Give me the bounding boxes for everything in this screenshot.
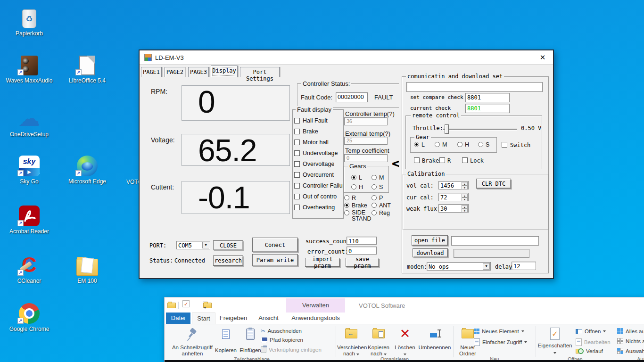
- tab-port-settings[interactable]: Port Settings: [240, 67, 280, 77]
- select-none-button[interactable]: Nichts auswählen: [617, 338, 644, 344]
- fault-checkbox-overvoltage[interactable]: [294, 161, 300, 167]
- edit-button[interactable]: Bearbeiten: [576, 338, 611, 346]
- remote-gear-radio-s[interactable]: [478, 142, 483, 147]
- remote-checkbox-brake[interactable]: [414, 157, 420, 163]
- close-port-button[interactable]: CLOSE: [213, 240, 243, 250]
- throttle-slider-track[interactable]: [443, 129, 517, 130]
- delay-field[interactable]: 12: [512, 262, 536, 270]
- desktop-icon-votol-software-label[interactable]: VOTOL Software: [126, 179, 139, 185]
- current-check-field[interactable]: 8801: [465, 104, 510, 113]
- fault-checkbox-controller-failure[interactable]: [294, 183, 300, 189]
- select-all-button[interactable]: Alles auswählen: [617, 328, 644, 334]
- open-button[interactable]: Öffnen: [576, 329, 606, 334]
- close-button[interactable]: ✕: [538, 53, 547, 62]
- explorer-tab-start[interactable]: Start: [192, 313, 215, 324]
- gears-radio-s[interactable]: [372, 184, 377, 189]
- cal-field-weak-flux[interactable]: 30▲▼: [438, 204, 469, 213]
- explorer-tab-datei[interactable]: Datei: [166, 313, 190, 324]
- history-button[interactable]: Verlauf: [576, 348, 603, 354]
- import-param-button[interactable]: import prarm: [305, 258, 340, 267]
- switch-checkbox[interactable]: [502, 142, 507, 148]
- tab-page2[interactable]: PAGE2: [165, 67, 185, 77]
- param-write-button[interactable]: Param write: [252, 254, 298, 266]
- fault-code-field[interactable]: 00020000: [336, 92, 368, 102]
- moden-combobox[interactable]: No-ops ▼: [427, 262, 491, 271]
- rename-button[interactable]: Umbenennen: [417, 325, 452, 359]
- spinner[interactable]: ▲▼: [462, 205, 468, 212]
- pin-to-quickaccess-button[interactable]: An Schnellzugriff anheften: [168, 325, 217, 359]
- desktop-icon-em-100[interactable]: EM 100: [61, 251, 113, 284]
- tab-page1[interactable]: PAGE1: [141, 67, 162, 77]
- fault-checkbox-overheating[interactable]: [294, 205, 300, 210]
- comm-top-field[interactable]: [406, 82, 543, 92]
- paste-button[interactable]: Einfügen: [237, 325, 264, 359]
- remote-gear-radio-h[interactable]: [457, 142, 462, 147]
- throttle-slider-thumb[interactable]: [445, 124, 449, 134]
- cal-field-cur-cal[interactable]: 72▲▼: [438, 193, 469, 201]
- mode-radio-p[interactable]: [372, 195, 377, 200]
- port-dropdown-icon[interactable]: ▼: [202, 242, 209, 248]
- qat-check-icon[interactable]: ✓: [182, 300, 190, 307]
- contextual-tab-verwalten[interactable]: Verwalten: [286, 298, 345, 313]
- copy-path-button[interactable]: Pfad kopieren: [261, 337, 303, 343]
- port-combobox[interactable]: COM5 ▼: [176, 241, 210, 249]
- desktop-icon-microsoft-edge[interactable]: ↗Microsoft Edge: [61, 152, 113, 185]
- desktop-icon-google-chrome[interactable]: ↗Google Chrome: [3, 299, 55, 332]
- mode-radio-side-stand[interactable]: [344, 210, 349, 215]
- tab-display[interactable]: Display: [211, 66, 238, 77]
- open-file-button[interactable]: open file: [412, 235, 448, 246]
- desktop-icon-acrobat-reader[interactable]: ↗Acrobat Reader: [3, 202, 55, 235]
- paste-shortcut-button[interactable]: Verknüpfung einfügen: [261, 346, 322, 353]
- desktop-icon-ccleaner[interactable]: C↗CCleaner: [3, 251, 55, 284]
- error-count-field[interactable]: 0: [347, 247, 377, 255]
- set-compare-check-field[interactable]: 8801: [465, 93, 510, 102]
- explorer-tab-anwendungstools[interactable]: Anwendungstools: [286, 313, 345, 324]
- fault-checkbox-hall-fault[interactable]: [294, 118, 300, 123]
- remote-gear-radio-l[interactable]: [414, 142, 419, 147]
- copy-button[interactable]: Kopieren: [215, 325, 237, 359]
- gears-radio-m[interactable]: [372, 175, 377, 180]
- delete-button[interactable]: ✕ Löschen: [394, 325, 416, 359]
- explorer-tab-freigeben[interactable]: Freigeben: [219, 313, 248, 324]
- moden-dropdown-icon[interactable]: ▼: [483, 263, 490, 270]
- tab-page3[interactable]: PAGE3: [188, 67, 209, 77]
- success-count-field[interactable]: 110: [347, 237, 377, 245]
- remote-checkbox-lock[interactable]: [462, 157, 468, 163]
- gears-radio-h[interactable]: [351, 184, 356, 189]
- connect-button[interactable]: Conect: [252, 238, 298, 252]
- clr-dtc-button[interactable]: CLR DTC: [476, 179, 511, 189]
- qat-folder-icon[interactable]: [167, 303, 176, 308]
- remote-checkbox-r[interactable]: [439, 157, 445, 163]
- copy-to-button[interactable]: Kopieren nach: [366, 325, 391, 359]
- explorer-tab-ansicht[interactable]: Ansicht: [258, 313, 279, 324]
- title-bar[interactable]: LD-EM-V3 ✕: [140, 50, 553, 65]
- remote-gear-radio-m[interactable]: [435, 142, 440, 147]
- mode-radio-r[interactable]: [344, 195, 349, 200]
- fault-checkbox-out-of-contro[interactable]: [294, 194, 300, 199]
- properties-button[interactable]: ✓ Eigenschaften: [537, 325, 573, 359]
- mode-radio-ant[interactable]: [372, 203, 377, 208]
- desktop-icon-papierkorb[interactable]: ♻Papierkorb: [3, 4, 55, 37]
- fault-checkbox-overcurrent[interactable]: [294, 172, 300, 178]
- research-button[interactable]: research: [213, 255, 243, 266]
- download-button[interactable]: download: [413, 248, 448, 257]
- fault-checkbox-motor-hall[interactable]: [294, 140, 300, 145]
- desktop-icon-libreoffice-5-4[interactable]: ↗LibreOffice 5.4: [61, 51, 113, 84]
- qat-customize-icon[interactable]: [203, 302, 207, 311]
- invert-selection-button[interactable]: Auswahl umkehren: [617, 348, 644, 354]
- cut-button[interactable]: ✂ Ausschneiden: [261, 328, 302, 334]
- desktop-icon-sky-go[interactable]: sky▶↗Sky Go: [3, 152, 55, 185]
- spinner[interactable]: ▲▼: [462, 182, 468, 189]
- mode-radio-brake[interactable]: [344, 203, 349, 208]
- move-to-button[interactable]: ← Verschieben nach: [337, 325, 365, 359]
- open-file-field[interactable]: [451, 236, 539, 246]
- desktop-icon-waves-maxxaudio[interactable]: ↗Waves MaxxAudio: [3, 51, 55, 84]
- mode-radio-reg[interactable]: [372, 210, 377, 215]
- spinner[interactable]: ▲▼: [462, 194, 468, 200]
- new-item-button[interactable]: Neues Element: [474, 329, 524, 334]
- fault-checkbox-undervoltage[interactable]: [294, 150, 300, 156]
- gears-radio-l[interactable]: [351, 175, 356, 180]
- cal-field-vol-cal[interactable]: 1456▲▼: [438, 181, 469, 189]
- save-param-button[interactable]: save prarm: [346, 258, 379, 267]
- easy-access-button[interactable]: Einfacher Zugriff: [474, 338, 527, 346]
